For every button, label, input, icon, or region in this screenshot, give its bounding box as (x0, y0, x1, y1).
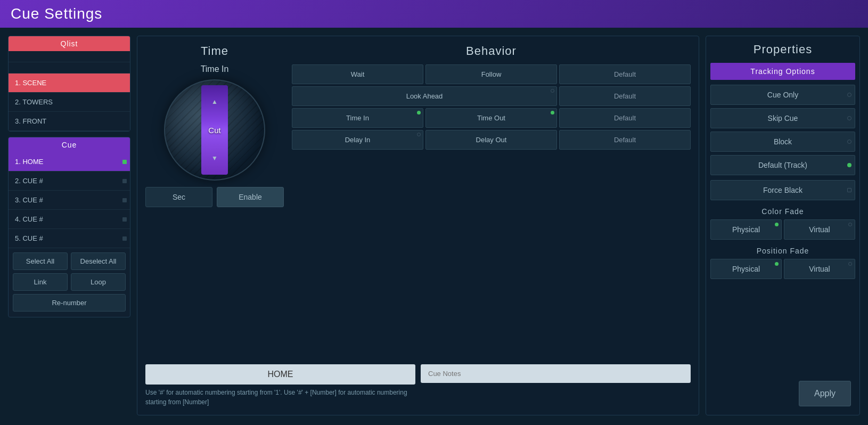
cue-item-5[interactable]: 5. CUE # (9, 229, 130, 248)
position-fade-physical[interactable]: Physical (710, 259, 782, 279)
qlist-header: Qlist (9, 36, 130, 51)
color-fade-virtual[interactable]: Virtual (784, 219, 855, 240)
qlist-item-4[interactable]: 2. TOWERS (9, 93, 130, 112)
prop-block[interactable]: Block (710, 132, 855, 152)
time-title: Time (201, 44, 228, 58)
cue-item-3-indicator (122, 198, 127, 202)
cue-only-label: Cue Only (767, 91, 798, 99)
center-panel: Time Time In ▲ Cut ▼ Sec Enable (137, 36, 699, 415)
behavior-time-out[interactable]: Time Out (425, 108, 557, 128)
behavior-wait-label: Wait (351, 70, 365, 78)
cue-item-2-label: 2. CUE # (15, 177, 43, 185)
behavior-grid: Wait Follow Default Look Ahead Default (292, 64, 691, 150)
color-fade-physical-dot (775, 223, 779, 226)
behavior-default-4-label: Default (614, 136, 636, 144)
look-ahead-dot (551, 89, 554, 93)
enable-button[interactable]: Enable (217, 187, 284, 207)
behavior-wait[interactable]: Wait (292, 64, 423, 84)
position-fade-physical-dot (775, 262, 779, 266)
right-panel: Properties Tracking Options Cue Only Ski… (706, 36, 860, 415)
qlist-item-2[interactable] (9, 62, 130, 73)
color-fade-physical-label: Physical (732, 225, 760, 234)
qlist-item-3-label: 1. SCENE (15, 79, 46, 87)
time-section: Time Time In ▲ Cut ▼ Sec Enable (145, 44, 284, 359)
behavior-section: Behavior Wait Follow Default Look Ahead (292, 44, 691, 359)
behavior-time-out-label: Time Out (477, 114, 505, 122)
color-fade-virtual-label: Virtual (809, 225, 830, 234)
cue-header: Cue (9, 137, 130, 152)
center-bottom: Use '#' for automatic numbering starting… (145, 364, 691, 407)
cue-item-1-indicator (122, 160, 127, 164)
behavior-look-ahead[interactable]: Look Ahead (292, 86, 557, 106)
position-fade-virtual-dot (848, 262, 852, 266)
tracking-header: Tracking Options (710, 63, 855, 80)
behavior-default-1-label: Default (614, 70, 636, 78)
cue-item-2-indicator (122, 179, 127, 183)
prop-skip-cue[interactable]: Skip Cue (710, 108, 855, 128)
qlist-item-5[interactable]: 3. FRONT (9, 112, 130, 131)
time-in-dot (417, 111, 421, 115)
knob-container[interactable]: ▲ Cut ▼ (164, 79, 265, 181)
cue-name-input[interactable] (145, 364, 415, 385)
name-input-area: Use '#' for automatic numbering starting… (145, 364, 415, 407)
qlist-item-1[interactable] (9, 51, 130, 62)
renumber-button[interactable]: Re-number (13, 294, 126, 312)
cue-notes-input[interactable] (421, 364, 691, 383)
behavior-follow[interactable]: Follow (425, 64, 557, 84)
behavior-default-4[interactable]: Default (559, 130, 691, 150)
hint-text: Use '#' for automatic numbering starting… (145, 388, 415, 407)
position-fade-virtual[interactable]: Virtual (784, 259, 855, 279)
cue-item-3[interactable]: 3. CUE # (9, 191, 130, 210)
cue-item-4-indicator (122, 217, 127, 222)
color-fade-label: Color Fade (706, 202, 859, 218)
behavior-title: Behavior (292, 44, 691, 58)
apply-button[interactable]: Apply (799, 381, 851, 406)
position-fade-physical-label: Physical (732, 265, 760, 273)
loop-button[interactable]: Loop (71, 273, 126, 291)
behavior-default-3[interactable]: Default (559, 108, 691, 128)
prop-force-black[interactable]: Force Black (710, 180, 855, 200)
cue-item-4[interactable]: 4. CUE # (9, 210, 130, 229)
delay-in-dot (417, 133, 421, 136)
cue-item-4-label: 4. CUE # (15, 215, 43, 223)
cue-item-1[interactable]: 1. HOME (9, 152, 130, 171)
cue-only-dot (847, 93, 851, 97)
behavior-default-2[interactable]: Default (559, 86, 691, 106)
select-all-button[interactable]: Select All (13, 252, 68, 270)
color-fade-physical[interactable]: Physical (710, 219, 782, 240)
default-track-dot (847, 163, 851, 167)
behavior-delay-in[interactable]: Delay In (292, 130, 423, 150)
time-controls: Sec Enable (145, 187, 284, 207)
title-bar: Cue Settings (0, 0, 868, 28)
color-fade-buttons: Physical Virtual (710, 219, 855, 240)
cue-item-5-label: 5. CUE # (15, 234, 43, 242)
behavior-time-in-label: Time In (346, 114, 369, 122)
position-fade-virtual-label: Virtual (809, 265, 830, 273)
deselect-all-button[interactable]: Deselect All (71, 252, 126, 270)
sec-button[interactable]: Sec (145, 187, 212, 207)
behavior-look-ahead-label: Look Ahead (406, 92, 443, 100)
behavior-time-in[interactable]: Time In (292, 108, 423, 128)
behavior-delay-out-label: Delay Out (476, 136, 507, 144)
qlist-item-3[interactable]: 1. SCENE (9, 73, 130, 93)
behavior-default-1[interactable]: Default (559, 64, 691, 84)
left-panel: Qlist 1. SCENE 2. TOWERS 3. FRONT Cue 1.… (8, 36, 130, 415)
behavior-delay-out[interactable]: Delay Out (425, 130, 557, 150)
time-out-dot (551, 111, 554, 115)
prop-default-track[interactable]: Default (Track) (710, 155, 855, 175)
cue-item-3-label: 3. CUE # (15, 196, 43, 204)
block-dot (847, 140, 851, 144)
page-title: Cue Settings (11, 5, 102, 22)
prop-cue-only[interactable]: Cue Only (710, 85, 855, 105)
color-fade-virtual-dot (848, 223, 852, 226)
link-button[interactable]: Link (13, 273, 68, 291)
behavior-default-3-label: Default (614, 114, 636, 122)
force-black-dot (847, 188, 851, 192)
cue-item-2[interactable]: 2. CUE # (9, 171, 130, 191)
cue-item-1-label: 1. HOME (15, 158, 43, 166)
knob-label: Cut (208, 126, 220, 135)
cue-items: 1. HOME 2. CUE # 3. CUE # 4. CUE # 5. CU… (9, 152, 130, 248)
behavior-delay-in-label: Delay In (345, 136, 371, 144)
qlist-item-5-label: 3. FRONT (15, 117, 46, 125)
block-label: Block (774, 137, 792, 146)
